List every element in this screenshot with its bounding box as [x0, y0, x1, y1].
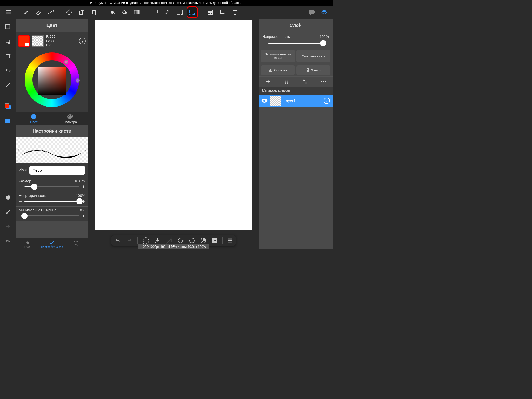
chat-icon[interactable]: [306, 6, 317, 18]
minwidth-value: 0%: [80, 208, 85, 212]
prev-brush[interactable]: ‹: [16, 147, 21, 154]
rect-select-tool[interactable]: [149, 6, 161, 18]
layer-item[interactable]: Layer1 i: [259, 95, 332, 107]
text-tool[interactable]: [229, 6, 241, 18]
transform-tool[interactable]: [76, 6, 87, 18]
float-save[interactable]: [154, 237, 161, 244]
svg-point-2: [51, 11, 52, 12]
color-panel-title: Цвет: [16, 19, 88, 32]
minwidth-plus[interactable]: +: [82, 213, 85, 219]
sv-marker[interactable]: [64, 60, 68, 64]
info-icon[interactable]: i: [79, 38, 86, 44]
layer-opacity-minus[interactable]: –: [262, 40, 266, 46]
minwidth-slider[interactable]: [24, 215, 79, 216]
top-toolbar: [0, 6, 332, 19]
tab-palette[interactable]: Палитра: [52, 112, 88, 125]
rgb-readout: R:255 G:38 B:0: [46, 35, 55, 48]
selection-pen-tool[interactable]: [174, 6, 185, 18]
color-swap-button[interactable]: [3, 102, 13, 111]
float-lasso[interactable]: [142, 237, 150, 244]
brush-tool[interactable]: [21, 6, 32, 18]
crop-button[interactable]: Обрезка: [261, 65, 295, 75]
frame-cursor-tool[interactable]: [217, 6, 228, 18]
opacity-slider[interactable]: [24, 201, 79, 202]
color-wheel[interactable]: [25, 52, 79, 107]
float-undo[interactable]: [115, 238, 121, 243]
svg-rect-3: [79, 11, 83, 14]
eyedropper-tool[interactable]: [3, 207, 13, 217]
separator: [137, 237, 138, 244]
magic-wand-tool[interactable]: [162, 6, 173, 18]
separator: [146, 8, 146, 17]
svg-rect-11: [6, 25, 10, 29]
svg-point-23: [74, 241, 75, 242]
opacity-minus[interactable]: –: [19, 199, 22, 204]
lock-button[interactable]: Замок: [296, 65, 330, 75]
layer-opacity-slider[interactable]: [268, 43, 323, 44]
background-button[interactable]: [3, 116, 13, 126]
tab-brush[interactable]: Кисть: [16, 238, 40, 249]
crop-tool[interactable]: [88, 6, 100, 18]
svg-point-25: [77, 241, 78, 242]
menu-button[interactable]: [3, 6, 14, 18]
bucket-tool[interactable]: [106, 6, 118, 18]
float-rotate-left[interactable]: [177, 237, 184, 244]
svg-point-34: [263, 100, 265, 102]
tab-color[interactable]: Цвет: [16, 112, 52, 125]
delete-layer-button[interactable]: [277, 79, 296, 84]
flip-button[interactable]: [3, 65, 13, 75]
add-layer-button[interactable]: [259, 79, 277, 84]
selection-eraser-tool[interactable]: [187, 6, 198, 18]
hue-marker[interactable]: [76, 78, 80, 83]
status-bar: 1000*1000px 192dpi 76% Кисть: 10.0px 100…: [138, 244, 209, 249]
next-brush[interactable]: ›: [83, 147, 88, 154]
primary-color-swatch[interactable]: [18, 35, 30, 47]
svg-point-31: [321, 81, 322, 82]
float-menu[interactable]: [227, 238, 232, 243]
size-plus[interactable]: +: [82, 184, 85, 190]
size-minus[interactable]: –: [19, 184, 22, 190]
layer-more-button[interactable]: [314, 79, 332, 84]
brush-name-input[interactable]: [29, 166, 85, 175]
layers-icon[interactable]: [318, 6, 330, 18]
svg-point-24: [76, 241, 77, 242]
divide-tool[interactable]: [204, 6, 216, 18]
selection-button[interactable]: [3, 36, 13, 46]
separator: [103, 8, 103, 17]
secondary-color-swatch[interactable]: [32, 35, 44, 47]
layer-empty-slot: [259, 144, 332, 157]
hand-tool[interactable]: [3, 193, 13, 203]
fill-edit-tool[interactable]: [119, 6, 130, 18]
canvas-button[interactable]: [3, 22, 13, 32]
svg-point-20: [68, 116, 69, 117]
svg-rect-30: [307, 70, 309, 72]
redo-button[interactable]: [3, 222, 13, 232]
float-fullscreen[interactable]: [211, 237, 218, 244]
float-invert[interactable]: [200, 237, 207, 244]
gradient-tool[interactable]: [131, 6, 143, 18]
curve-button[interactable]: [3, 80, 13, 90]
tab-more[interactable]: Еще: [64, 238, 88, 249]
canvas[interactable]: [95, 20, 252, 230]
svg-point-33: [325, 81, 326, 82]
protect-alpha-button[interactable]: Защитить Альфа-канал: [261, 50, 295, 62]
float-rotate-right[interactable]: [189, 237, 195, 244]
layer-visibility-icon[interactable]: [259, 98, 270, 103]
undo-button[interactable]: [3, 236, 13, 246]
opacity-slider-row: Непрозрачность100% –+: [16, 192, 88, 206]
layer-empty-slot: [259, 107, 332, 119]
dot-brush-tool[interactable]: [45, 6, 57, 18]
rotate-button[interactable]: [3, 51, 13, 61]
float-deselect[interactable]: [166, 237, 172, 244]
size-slider[interactable]: [24, 186, 79, 187]
eraser-tool[interactable]: [33, 6, 44, 18]
float-redo[interactable]: [126, 238, 133, 243]
tab-brush-settings[interactable]: Настройки кисти: [40, 238, 64, 249]
move-tool[interactable]: [63, 6, 75, 18]
blend-button[interactable]: Смешивание›: [296, 50, 330, 62]
separator: [17, 8, 17, 17]
svg-rect-8: [210, 13, 212, 14]
layer-info-icon[interactable]: i: [324, 98, 330, 104]
sv-square[interactable]: [38, 67, 66, 95]
reorder-layer-button[interactable]: [296, 79, 314, 84]
